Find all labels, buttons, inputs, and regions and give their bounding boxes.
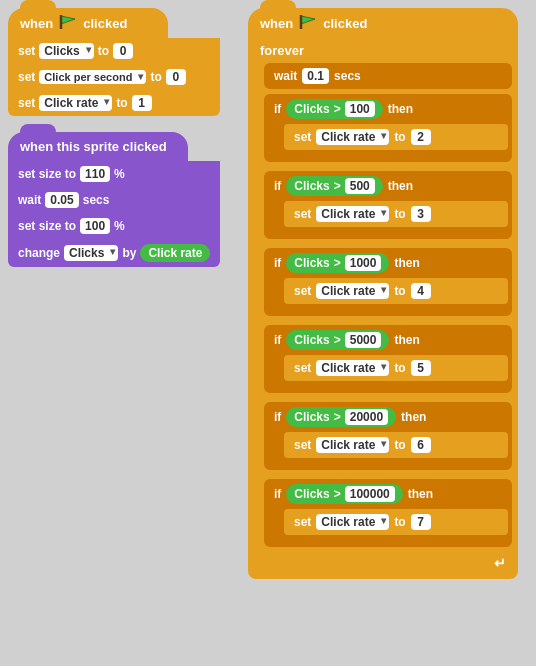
set-clicks-block[interactable]: set Clicks to 0 <box>8 38 220 64</box>
green-flag-icon <box>59 15 77 31</box>
clicks-dropdown[interactable]: Clicks <box>39 43 93 59</box>
size-100-value[interactable]: 100 <box>80 218 110 234</box>
change-var-dropdown[interactable]: Clicks <box>64 245 118 261</box>
cr-dd-6[interactable]: Click rate <box>316 514 389 530</box>
set-size-100-block[interactable]: set size to 100 % <box>8 213 220 239</box>
if-block-3[interactable]: if Clicks > 1000 then set Click rate to … <box>264 248 512 316</box>
clicks-value[interactable]: 0 <box>113 43 133 59</box>
set-cr-1[interactable]: set Click rate to 2 <box>284 124 508 150</box>
clickrate-value[interactable]: 1 <box>132 95 152 111</box>
clickrate-dropdown[interactable]: Click rate <box>39 95 112 111</box>
cr-dd-2[interactable]: Click rate <box>316 206 389 222</box>
cr-dd-1[interactable]: Click rate <box>316 129 389 145</box>
clicks-pill-5: Clicks > 20000 <box>286 407 396 427</box>
when-label: when <box>20 16 53 31</box>
set-clickrate-block[interactable]: set Click rate to 1 <box>8 90 220 116</box>
wait-01-value[interactable]: 0.1 <box>302 68 329 84</box>
change-clicks-block[interactable]: change Clicks by Click rate <box>8 239 220 267</box>
sprite-clicked-label: when this sprite clicked <box>20 139 167 154</box>
svg-marker-1 <box>61 16 75 24</box>
hat-block-1[interactable]: when clicked <box>8 8 168 38</box>
cps-dropdown[interactable]: Click per second <box>39 70 146 84</box>
set-cr-5[interactable]: set Click rate to 6 <box>284 432 508 458</box>
set-cr-2[interactable]: set Click rate to 3 <box>284 201 508 227</box>
clicks-pill-6: Clicks > 100000 <box>286 484 402 504</box>
wait-01-block[interactable]: wait 0.1 secs <box>264 63 512 89</box>
clicks-pill-2: Clicks > 500 <box>286 176 382 196</box>
if-block-5[interactable]: if Clicks > 20000 then set Click rate to… <box>264 402 512 470</box>
svg-marker-3 <box>301 16 315 24</box>
right-panel: when clicked forever wait 0.1 secs <box>248 8 518 579</box>
set-cr-6[interactable]: set Click rate to 7 <box>284 509 508 535</box>
wait-value[interactable]: 0.05 <box>45 192 78 208</box>
clicks-pill-1: Clicks > 100 <box>286 99 382 119</box>
forever-label: forever <box>248 38 518 63</box>
set-cr-4[interactable]: set Click rate to 5 <box>284 355 508 381</box>
set-cr-3[interactable]: set Click rate to 4 <box>284 278 508 304</box>
click-rate-pill: Click rate <box>140 244 210 262</box>
group1: when clicked set Clicks to 0 set Click p… <box>8 8 220 116</box>
green-flag-icon-2 <box>299 15 317 31</box>
cr-dd-4[interactable]: Click rate <box>316 360 389 376</box>
set-size-110-block[interactable]: set size to 110 % <box>8 161 220 187</box>
clicks-pill-4: Clicks > 5000 <box>286 330 389 350</box>
sprite-clicked-hat[interactable]: when this sprite clicked <box>8 132 188 161</box>
group2: when this sprite clicked set size to 110… <box>8 132 220 267</box>
cr-dd-5[interactable]: Click rate <box>316 437 389 453</box>
hat-block-2[interactable]: when clicked <box>248 8 518 38</box>
if-block-1[interactable]: if Clicks > 100 then set Click rate to 2 <box>264 94 512 162</box>
size-110-value[interactable]: 110 <box>80 166 110 182</box>
clicks-pill-3: Clicks > 1000 <box>286 253 389 273</box>
clicked-label: clicked <box>83 16 127 31</box>
forever-block[interactable]: forever wait 0.1 secs if Clicks > 100 <box>248 38 518 579</box>
forever-body: wait 0.1 secs if Clicks > 100 then <box>264 63 512 551</box>
if-block-6[interactable]: if Clicks > 100000 then set Click rate t… <box>264 479 512 547</box>
cps-value[interactable]: 0 <box>166 69 186 85</box>
return-arrow: ↵ <box>248 551 518 573</box>
if-block-2[interactable]: if Clicks > 500 then set Click rate to 3 <box>264 171 512 239</box>
set-cps-block[interactable]: set Click per second to 0 <box>8 64 220 90</box>
if-block-4[interactable]: if Clicks > 5000 then set Click rate to … <box>264 325 512 393</box>
cr-dd-3[interactable]: Click rate <box>316 283 389 299</box>
wait-block-left[interactable]: wait 0.05 secs <box>8 187 220 213</box>
